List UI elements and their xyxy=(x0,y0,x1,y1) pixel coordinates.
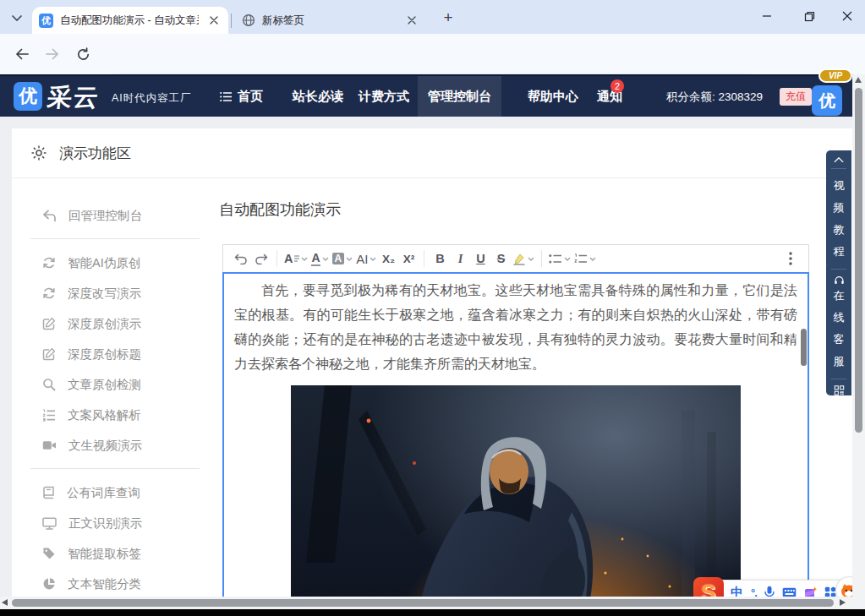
blacksmith-forge-illustration xyxy=(291,385,741,602)
bold-button[interactable]: B xyxy=(430,248,450,270)
editor-scrollbar-thumb[interactable] xyxy=(801,329,807,366)
vertical-scrollbar[interactable] xyxy=(852,74,865,610)
sidebar-item-extract-tags[interactable]: 智能提取标签 xyxy=(30,538,208,569)
bullet-list-icon xyxy=(549,253,562,264)
nav-item-must-read[interactable]: 站长必读 xyxy=(282,76,353,117)
search-icon xyxy=(42,378,56,391)
editor-content[interactable]: 首先，要寻觅到极为稀有的天材地宝。这些天材地宝需具备特殊的属性和力量，它们是法宝… xyxy=(222,272,809,602)
tab-separator xyxy=(231,14,232,28)
site-logo-badge[interactable]: 优 xyxy=(14,82,42,111)
scroll-right-arrow[interactable] xyxy=(840,599,846,606)
qr-code-icon[interactable] xyxy=(833,385,846,395)
chevron-down-icon xyxy=(322,257,329,261)
tab-active[interactable]: 优 自动配图功能演示 - 自动文章采 xyxy=(32,7,228,34)
sidebar-item-ai-rewrite[interactable]: 智能AI伪原创 xyxy=(30,248,208,278)
sidebar-item-text-classification[interactable]: 文本智能分类 xyxy=(30,569,208,599)
bullet-list-button[interactable] xyxy=(547,248,572,270)
tab-close-icon[interactable] xyxy=(206,13,222,28)
online-service-link[interactable]: 在线客服 xyxy=(832,285,846,373)
window-restore-button[interactable] xyxy=(791,0,827,32)
book-icon xyxy=(42,486,55,499)
new-tab-button[interactable]: + xyxy=(438,8,458,28)
ordered-list-icon xyxy=(42,409,56,422)
reload-button[interactable] xyxy=(73,44,93,64)
superscript-button[interactable]: X² xyxy=(398,248,419,270)
tab-close-icon[interactable] xyxy=(404,13,419,28)
sidebar-item-content-recognition[interactable]: 正文识别演示 xyxy=(30,508,208,538)
tab-search-chevron-icon[interactable] xyxy=(7,8,27,28)
highlighter-icon xyxy=(512,253,526,265)
chevron-down-icon xyxy=(564,257,571,261)
forward-button[interactable] xyxy=(42,44,63,64)
video-tutorial-link[interactable]: 视频教程 xyxy=(832,175,846,263)
refresh-icon xyxy=(42,286,56,300)
article-paragraph[interactable]: 首先，要寻觅到极为稀有的天材地宝。这些天材地宝需具备特殊的属性和力量，它们是法宝… xyxy=(234,278,797,376)
numbered-list-icon xyxy=(574,253,588,264)
vertical-scrollbar-thumb[interactable] xyxy=(855,88,862,433)
window-bottom-edge xyxy=(0,609,865,616)
subscript-button[interactable]: X₂ xyxy=(378,248,398,270)
highlight-color-button[interactable]: A xyxy=(331,248,355,270)
headset-icon[interactable] xyxy=(833,275,846,285)
chevron-down-icon xyxy=(301,257,308,261)
sidebar-item-back-console[interactable]: 回管理控制台 xyxy=(30,200,208,231)
gear-icon xyxy=(30,144,47,161)
sidebar-divider xyxy=(30,468,200,469)
sidebar-item-style-analysis[interactable]: 文案风格解析 xyxy=(30,400,208,430)
nav-item-notifications[interactable]: 通知 xyxy=(587,76,632,117)
tab-title: 新标签页 xyxy=(262,14,304,28)
scroll-up-arrow[interactable] xyxy=(855,77,862,83)
horizontal-scrollbar-thumb[interactable] xyxy=(12,599,834,607)
article-image[interactable] xyxy=(291,385,741,602)
back-button[interactable] xyxy=(12,44,32,64)
chevron-down-icon xyxy=(370,257,376,261)
nav-item-help[interactable]: 帮助中心 xyxy=(517,76,589,117)
toolbar-overflow-button[interactable] xyxy=(780,248,801,270)
sidebar-item-original-title[interactable]: 深度原创标题 xyxy=(30,339,208,369)
highlighter-pen-button[interactable] xyxy=(511,248,536,270)
undo-button[interactable] xyxy=(231,248,251,270)
site-navbar: 优 采云 AI时代内容工厂 首页 站长必读 计费方式 管理控制台 帮助中心 通知… xyxy=(0,74,865,117)
monitor-icon xyxy=(42,517,57,530)
italic-button[interactable]: I xyxy=(450,248,470,270)
chevron-down-icon xyxy=(346,257,353,261)
nav-item-console[interactable]: 管理控制台 xyxy=(418,76,501,117)
redo-button[interactable] xyxy=(251,248,271,270)
sidebar-item-text-to-video[interactable]: 文生视频演示 xyxy=(30,430,208,461)
numbered-list-button[interactable] xyxy=(572,248,598,270)
window-close-button[interactable] xyxy=(829,0,865,32)
reply-icon xyxy=(42,210,57,222)
tag-icon xyxy=(42,547,56,560)
globe-icon xyxy=(242,14,255,27)
underline-button[interactable]: U xyxy=(470,248,490,270)
lines-glyph xyxy=(294,255,299,262)
strikethrough-button[interactable]: S xyxy=(490,248,511,270)
site-tagline: AI时代内容工厂 xyxy=(112,91,192,106)
chevron-up-icon[interactable] xyxy=(833,157,845,162)
font-color-button[interactable]: A xyxy=(309,248,330,270)
editor-toolbar: A A A AI X₂ X² B I U S xyxy=(222,244,809,273)
user-avatar[interactable]: 优 xyxy=(812,85,842,116)
video-icon xyxy=(42,439,57,451)
recharge-button[interactable]: 充值 xyxy=(780,88,812,106)
credits-balance: 积分余额: 2308329 xyxy=(666,90,763,105)
scroll-left-arrow[interactable] xyxy=(2,599,8,606)
vip-badge: VIP xyxy=(818,68,852,83)
sidebar-item-originality-check[interactable]: 文章原创检测 xyxy=(30,369,208,400)
site-favicon: 优 xyxy=(39,14,53,28)
browser-window: 优 自动配图功能演示 - 自动文章采 新标签页 + xyxy=(0,0,865,616)
edit-icon xyxy=(42,317,56,330)
floating-side-panel: 视频教程 在线客服 xyxy=(826,150,851,395)
tab-new-tab-page[interactable]: 新标签页 xyxy=(235,7,426,34)
font-style-button[interactable]: A xyxy=(282,248,309,270)
sidebar-item-deep-original[interactable]: 深度原创演示 xyxy=(30,308,208,339)
site-logo-text[interactable]: 采云 xyxy=(46,81,101,115)
nav-item-pricing[interactable]: 计费方式 xyxy=(348,76,419,117)
list-icon xyxy=(220,91,233,102)
letter-case-button[interactable]: AI xyxy=(354,248,378,270)
nav-item-home[interactable]: 首页 xyxy=(210,76,273,117)
window-minimize-button[interactable] xyxy=(749,0,785,32)
horizontal-scrollbar[interactable] xyxy=(0,597,852,609)
sidebar-item-public-lexicon[interactable]: 公有词库查询 xyxy=(30,477,208,508)
sidebar-item-deep-rewrite[interactable]: 深度改写演示 xyxy=(30,278,208,308)
